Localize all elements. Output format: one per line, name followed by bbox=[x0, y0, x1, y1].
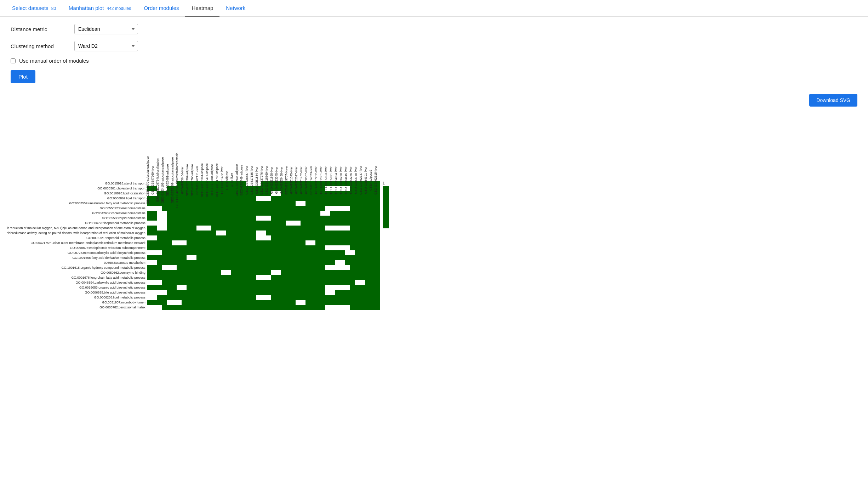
distance-metric-select[interactable]: Euclidean Pearson Spearman bbox=[74, 24, 138, 34]
heatmap-cell bbox=[246, 260, 251, 265]
heatmap-cell bbox=[147, 265, 152, 270]
heatmap-cell bbox=[152, 270, 157, 275]
heatmap-cell bbox=[236, 270, 241, 275]
col-label: GEO-GSE62615-liver bbox=[375, 110, 380, 181]
heatmap-cell bbox=[375, 270, 380, 275]
heatmap-cell bbox=[266, 196, 271, 201]
heatmap-cell bbox=[216, 260, 221, 265]
heatmap-cell bbox=[310, 305, 315, 310]
heatmap-cell bbox=[305, 305, 310, 310]
heatmap-cell bbox=[226, 280, 231, 285]
heatmap-cell bbox=[320, 201, 325, 206]
heatmap-cell bbox=[196, 240, 201, 245]
heatmap-cell bbox=[340, 295, 345, 300]
heatmap-cell bbox=[345, 201, 350, 206]
heatmap-cell bbox=[301, 201, 305, 206]
heatmap-cell bbox=[325, 240, 330, 245]
heatmap-cell bbox=[152, 226, 157, 231]
heatmap-cell bbox=[182, 250, 187, 255]
heatmap-cell bbox=[201, 226, 206, 231]
heatmap-cell bbox=[360, 305, 365, 310]
tab-network[interactable]: Network bbox=[219, 0, 252, 17]
heatmap-cell bbox=[320, 270, 325, 275]
heatmap-cell bbox=[305, 280, 310, 285]
clustering-method-select[interactable]: Ward D2 Complete Average Single bbox=[74, 41, 138, 51]
heatmap-cell bbox=[330, 260, 335, 265]
heatmap-row bbox=[147, 250, 380, 255]
heatmap-cell bbox=[370, 255, 375, 260]
heatmap-cell bbox=[330, 265, 335, 270]
row-label: GO:0006869:lipid transport bbox=[7, 196, 147, 201]
heatmap-cell bbox=[196, 221, 201, 226]
heatmap-cell bbox=[310, 275, 315, 280]
heatmap-cell bbox=[330, 201, 335, 206]
heatmap-cell bbox=[231, 206, 236, 211]
heatmap-cell bbox=[340, 245, 345, 250]
heatmap-cell bbox=[330, 305, 335, 310]
heatmap-cell bbox=[152, 206, 157, 211]
heatmap-cell bbox=[375, 231, 380, 235]
heatmap-cell bbox=[192, 270, 196, 275]
heatmap-cell bbox=[286, 231, 291, 235]
heatmap-cell bbox=[226, 250, 231, 255]
heatmap-cell bbox=[157, 300, 162, 305]
heatmap-cell bbox=[226, 270, 231, 275]
download-svg-button[interactable]: Download SVG bbox=[809, 94, 857, 107]
heatmap-cell bbox=[355, 305, 360, 310]
heatmap-cell bbox=[291, 206, 296, 211]
heatmap-cell bbox=[350, 245, 355, 250]
heatmap-cell bbox=[231, 216, 236, 221]
heatmap-cell bbox=[340, 285, 345, 290]
heatmap-cell bbox=[286, 201, 291, 206]
heatmap-cell bbox=[370, 211, 375, 216]
heatmap-cell bbox=[301, 196, 305, 201]
heatmap-cell bbox=[196, 245, 201, 250]
heatmap-cell bbox=[370, 280, 375, 285]
heatmap-cell bbox=[340, 260, 345, 265]
heatmap-cell bbox=[251, 265, 256, 270]
heatmap-cell bbox=[350, 206, 355, 211]
heatmap-cell bbox=[241, 250, 246, 255]
heatmap-cell bbox=[325, 285, 330, 290]
heatmap-cell bbox=[375, 211, 380, 216]
heatmap-cell bbox=[231, 265, 236, 270]
heatmap-cell bbox=[301, 290, 305, 295]
heatmap-cell bbox=[221, 295, 226, 300]
row-label: GO:0050662:coenzyme binding bbox=[7, 270, 147, 275]
tab-order-modules[interactable]: Order modules bbox=[137, 0, 185, 17]
tab-manhattan-plot[interactable]: Manhattan plot 442 modules bbox=[62, 0, 137, 17]
heatmap-cell bbox=[350, 201, 355, 206]
heatmap-cell bbox=[172, 275, 177, 280]
heatmap-cell bbox=[152, 231, 157, 235]
heatmap-cell bbox=[365, 260, 370, 265]
heatmap-cell bbox=[216, 211, 221, 216]
heatmap-cell bbox=[152, 300, 157, 305]
tab-heatmap[interactable]: Heatmap bbox=[185, 0, 219, 17]
heatmap-cell bbox=[335, 196, 340, 201]
plot-button[interactable]: Plot bbox=[11, 70, 35, 83]
heatmap-cell bbox=[196, 300, 201, 305]
heatmap-cell bbox=[355, 260, 360, 265]
heatmap-cell bbox=[276, 265, 281, 270]
heatmap-cell bbox=[315, 280, 320, 285]
heatmap-cell bbox=[236, 216, 241, 221]
heatmap-cell bbox=[301, 280, 305, 285]
heatmap-cell bbox=[251, 216, 256, 221]
heatmap-cell bbox=[182, 216, 187, 221]
tab-select-datasets[interactable]: Select datasets 80 bbox=[6, 0, 62, 17]
heatmap-cell bbox=[256, 211, 261, 216]
heatmap-cell bbox=[281, 265, 286, 270]
heatmap-cell bbox=[325, 290, 330, 295]
heatmap-cell bbox=[147, 275, 152, 280]
heatmap-cell bbox=[296, 300, 301, 305]
heatmap-cell bbox=[226, 206, 231, 211]
heatmap-cell bbox=[276, 206, 281, 211]
manual-order-checkbox[interactable] bbox=[11, 58, 16, 63]
heatmap-cell bbox=[201, 295, 206, 300]
heatmap-cell bbox=[157, 295, 162, 300]
heatmap-cell bbox=[320, 216, 325, 221]
heatmap-cell bbox=[315, 290, 320, 295]
heatmap-cell bbox=[365, 196, 370, 201]
heatmap-cell bbox=[320, 206, 325, 211]
heatmap-cell bbox=[325, 300, 330, 305]
